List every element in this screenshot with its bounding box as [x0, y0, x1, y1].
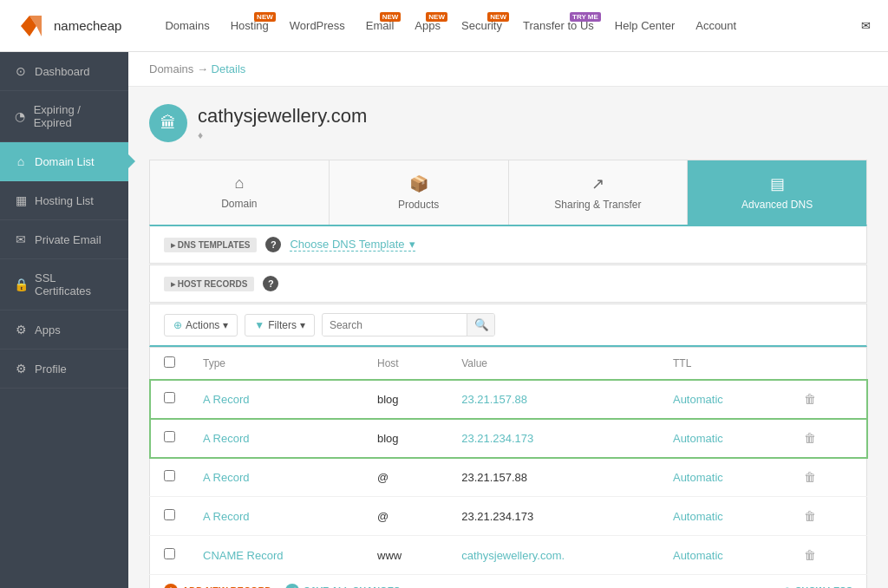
nav-item-domains[interactable]: Domains [156, 14, 218, 37]
breadcrumb-root[interactable]: Domains [149, 62, 193, 75]
search-input[interactable] [323, 315, 467, 336]
logo-icon [17, 10, 49, 42]
domain-tab-icon: ⌂ [234, 174, 244, 193]
domain-icon: 🏛 [149, 104, 187, 142]
domain-name: cathysjewellery.com [198, 105, 367, 127]
table-row: A Record @ 23.21.157.88 Automatic 🗑 [150, 458, 867, 497]
delete-button[interactable]: 🗑 [799, 546, 821, 564]
sidebar-item-profile[interactable]: ⚙ Profile [0, 350, 128, 389]
nav-item-email[interactable]: Email NEW [357, 14, 403, 37]
nav-item-wordpress[interactable]: WordPress [281, 14, 354, 37]
save-changes-button[interactable]: ✓ SAVE ALL CHANGES [285, 584, 400, 588]
nav-item-apps[interactable]: Apps NEW [406, 14, 449, 37]
dns-template-chevron: ▾ [409, 238, 415, 251]
nav-items: Domains Hosting NEW WordPress Email NEW … [156, 14, 840, 37]
main-content: Domains → Details 🏛 cathysjewellery.com … [128, 52, 888, 588]
sidebar-item-ssl[interactable]: 🔒 SSL Certificates [0, 259, 128, 310]
row-type: A Record [189, 458, 363, 497]
host-records-section: ▸ HOST RECORDS ? [149, 265, 867, 303]
sidebar-item-private-email[interactable]: ✉ Private Email [0, 220, 128, 259]
sidebar-item-domain-list[interactable]: ⌂ Domain List [0, 142, 128, 181]
logo[interactable]: namecheap [17, 10, 121, 42]
header-ttl: TTL [659, 348, 785, 380]
show-less-icon: ⊙ [783, 585, 791, 589]
table-row: A Record @ 23.21.234.173 Automatic 🗑 [150, 497, 867, 536]
row-host: blog [363, 419, 447, 458]
dns-templates-label[interactable]: ▸ DNS TEMPLATES [164, 238, 257, 252]
dns-template-select[interactable]: Choose DNS Template ▾ [290, 238, 415, 252]
host-records-label[interactable]: ▸ HOST RECORDS [164, 277, 254, 291]
row-value: 23.21.157.88 [447, 380, 659, 419]
row-checkbox-input[interactable] [164, 392, 175, 403]
sidebar-item-dashboard[interactable]: ⊙ Dashboard [0, 52, 128, 91]
header-value: Value [447, 348, 659, 380]
row-checkbox [150, 536, 190, 575]
breadcrumb-arrow: → [197, 62, 208, 75]
advanced-dns-tab-icon: ▤ [770, 174, 785, 193]
search-button[interactable]: 🔍 [467, 314, 495, 336]
tab-products[interactable]: 📦 Products [330, 160, 509, 225]
table-row: A Record blog 23.21.234.173 Automatic 🗑 [150, 419, 867, 458]
nav-item-hosting[interactable]: Hosting NEW [222, 14, 278, 37]
actions-icon: ⊕ [173, 319, 182, 331]
domain-list-icon: ⌂ [14, 154, 28, 168]
nav-item-transfer[interactable]: Transfer to Us TRY ME [514, 14, 603, 37]
row-host: blog [363, 380, 447, 419]
toolbar: ⊕ Actions ▾ ▼ Filters ▾ 🔍 [149, 304, 867, 347]
top-navigation: namecheap Domains Hosting NEW WordPress … [0, 0, 888, 52]
nav-item-help[interactable]: Help Center [606, 14, 683, 37]
select-all-checkbox[interactable] [164, 356, 175, 368]
row-type: A Record [189, 497, 363, 536]
actions-button[interactable]: ⊕ Actions ▾ [164, 314, 238, 336]
row-checkbox-input[interactable] [164, 509, 175, 520]
row-delete: 🗑 [785, 380, 867, 419]
mail-icon[interactable]: ✉ [861, 19, 871, 32]
save-icon: ✓ [285, 584, 299, 588]
tab-advanced-dns[interactable]: ▤ Advanced DNS [688, 160, 866, 225]
row-type: A Record [189, 380, 363, 419]
products-tab-icon: 📦 [409, 174, 428, 193]
row-delete: 🗑 [785, 497, 867, 536]
show-less-button[interactable]: ⊙ SHOW LESS [783, 585, 852, 589]
host-records-help[interactable]: ? [263, 276, 278, 291]
row-checkbox-input[interactable] [164, 470, 175, 481]
nav-item-security[interactable]: Security NEW [453, 14, 511, 37]
delete-button[interactable]: 🗑 [799, 390, 821, 408]
row-checkbox-input[interactable] [164, 548, 175, 559]
delete-button[interactable]: 🗑 [799, 468, 821, 486]
header-type: Type [189, 348, 363, 380]
profile-icon: ⚙ [14, 362, 28, 376]
nav-item-account[interactable]: Account [687, 14, 745, 37]
row-ttl: Automatic [659, 419, 785, 458]
filters-chevron: ▾ [300, 319, 305, 331]
delete-button[interactable]: 🗑 [799, 507, 821, 525]
sidebar-item-apps[interactable]: ⚙ Apps [0, 310, 128, 350]
row-host: @ [363, 497, 447, 536]
footer-bar: + ADD NEW RECORD ✓ SAVE ALL CHANGES ⊙ SH… [149, 575, 867, 588]
search-box: 🔍 [322, 313, 495, 336]
hosting-badge: NEW [254, 12, 276, 22]
dashboard-icon: ⊙ [14, 64, 28, 78]
row-type: A Record [189, 419, 363, 458]
page-content: 🏛 cathysjewellery.com ♦ ⌂ Domain 📦 Produ… [128, 87, 888, 588]
header-host: Host [363, 348, 447, 380]
tab-sharing-transfer[interactable]: ↗ Sharing & Transfer [509, 160, 689, 225]
header-checkbox [150, 348, 190, 380]
sidebar-item-expiring[interactable]: ◔ Expiring / Expired [0, 91, 128, 142]
sidebar-item-hosting-list[interactable]: ▦ Hosting List [0, 181, 128, 220]
add-icon: + [164, 584, 178, 588]
row-ttl: Automatic [659, 536, 785, 575]
row-value: 23.21.157.88 [447, 458, 659, 497]
row-checkbox-input[interactable] [164, 431, 175, 442]
sidebar: ⊙ Dashboard ◔ Expiring / Expired ⌂ Domai… [0, 52, 128, 588]
tab-domain[interactable]: ⌂ Domain [150, 160, 330, 225]
row-checkbox [150, 380, 190, 419]
breadcrumb: Domains → Details [128, 52, 888, 87]
sharing-tab-icon: ↗ [591, 174, 604, 193]
filters-button[interactable]: ▼ Filters ▾ [245, 314, 315, 336]
row-host: www [363, 536, 447, 575]
nav-right: ✉ [861, 19, 871, 32]
add-record-button[interactable]: + ADD NEW RECORD [164, 584, 271, 588]
dns-templates-help[interactable]: ? [265, 237, 281, 252]
delete-button[interactable]: 🗑 [799, 429, 821, 447]
